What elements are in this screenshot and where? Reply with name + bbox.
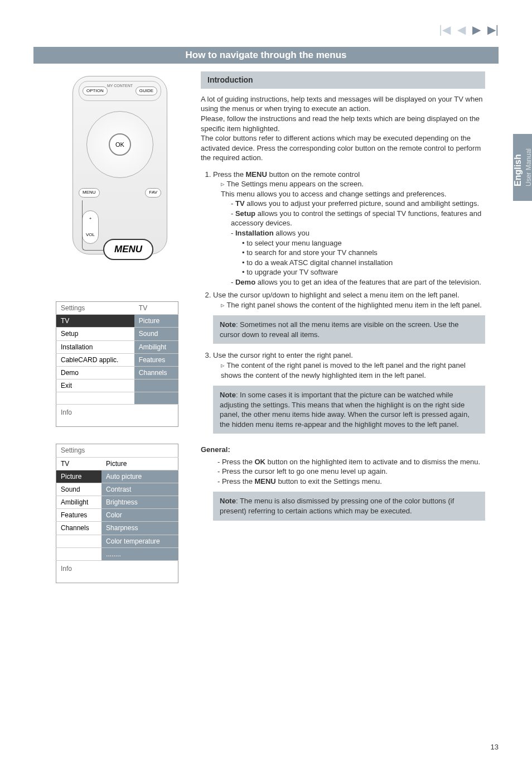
step3-tri: The content of the right panel is moved … — [221, 361, 485, 380]
introduction-heading: Introduction — [201, 71, 485, 89]
gen1a: Press the — [222, 458, 255, 466]
t2-r4r: Sharpness — [101, 522, 178, 535]
t2-r0l: Picture — [56, 470, 102, 483]
t2-r5l — [56, 535, 102, 547]
gen3c: button to exit the Settings menu. — [276, 477, 382, 486]
t1-r0r: Picture — [134, 315, 178, 328]
dash-setup-t: allows you to control the settings of sp… — [231, 209, 481, 228]
dash-setup-b: Setup — [235, 209, 255, 218]
t1-r0l: TV — [56, 315, 134, 328]
t2-sub-r: Picture — [101, 457, 178, 470]
remote-top-row: OPTION GUIDE — [79, 81, 161, 101]
t1-r5l: Exit — [56, 379, 134, 392]
remote-illustration: MY CONTENT OPTION GUIDE OK MENU FAV + VO… — [56, 78, 184, 285]
note1-b: Note — [220, 320, 236, 329]
dash-setup: Setup allows you to control the settings… — [231, 209, 485, 228]
nav-next-icon[interactable]: ▶ — [472, 22, 481, 37]
note-box-2: Note: In some cases it is important that… — [213, 386, 485, 434]
t1-r3r: Features — [134, 353, 178, 366]
t1-r5r — [134, 379, 178, 392]
note1-t: : Sometimes not all the menu items are v… — [220, 320, 458, 339]
step1-bold: MENU — [246, 170, 267, 179]
nav-last-icon[interactable]: ▶| — [487, 22, 499, 37]
t1-r6r — [134, 392, 178, 405]
t1-r4r: Channels — [134, 366, 178, 379]
step1-text2: button on the remote control — [267, 170, 360, 179]
remote-row2: MENU FAV — [79, 188, 161, 198]
t1-r6l — [56, 392, 134, 405]
step2-text: Use the cursor up/down to highlight and … — [213, 291, 460, 299]
note3-t: : The menu is also dismissed by pressing… — [220, 497, 454, 515]
step1-text: Press the — [213, 170, 246, 179]
language-tab: EnglishUser Manual — [513, 134, 532, 201]
t1-head-l: Settings — [56, 302, 134, 315]
dash-tv: TV allows you to adjust your preferred p… — [231, 199, 485, 209]
gen3a: Press the — [222, 477, 255, 486]
t1-r4l: Demo — [56, 366, 134, 379]
t1-head-r: TV — [134, 302, 178, 315]
t2-info: Info — [56, 561, 178, 583]
t1-r3l: CableCARD applic. — [56, 353, 134, 366]
gen1b: OK — [254, 458, 265, 466]
note-box-3: Note: The menu is also dismissed by pres… — [213, 492, 485, 520]
t2-r0r: Auto picture — [101, 470, 178, 483]
settings-table-1: SettingsTV TVPicture SetupSound Installa… — [56, 301, 178, 427]
dash-inst: Installation allows you to select your m… — [231, 228, 485, 277]
gen3b: MENU — [254, 477, 275, 486]
dash-inst-t: allows you — [274, 229, 309, 237]
dpad-ring: OK — [86, 111, 153, 178]
lang-label: English — [513, 154, 523, 186]
step3-text: Use the cursor right to enter the right … — [213, 351, 353, 359]
general-heading: General: — [201, 445, 485, 455]
option-button: OPTION — [83, 86, 108, 96]
page-number: 13 — [491, 742, 499, 752]
t2-r6r: ........ — [101, 547, 178, 560]
guide-button: GUIDE — [136, 86, 157, 96]
t2-r5r: Color temperature — [101, 535, 178, 547]
t2-sub-l: TV — [56, 457, 102, 470]
t2-r1l: Sound — [56, 483, 102, 496]
step2-tri: The right panel shows the content of the… — [221, 300, 485, 310]
lang-sub: User Manual — [525, 148, 532, 186]
intro-p1: A lot of guiding instructions, help text… — [201, 94, 485, 114]
note-box-1: Note: Sometimes not all the menu items a… — [213, 315, 485, 344]
nav-prev-icon[interactable]: ◀ — [457, 22, 466, 37]
gen1c: button on the highlighted item to activa… — [265, 458, 480, 466]
dot1: to select your menu language — [242, 238, 485, 248]
intro-p2: Please, follow the instructions and read… — [201, 114, 485, 133]
steps-list: Press the MENU button on the remote cont… — [201, 170, 485, 310]
t2-r1r: Contrast — [101, 483, 178, 496]
t1-info: Info — [56, 405, 178, 427]
menu-callout: MENU — [103, 239, 153, 260]
step1-tri-text: The Settings menu appears on the screen. — [226, 180, 364, 188]
dash-demo: Demo allows you to get an idea of the fe… — [231, 277, 485, 287]
gen3: Press the MENU button to exit the Settin… — [217, 477, 485, 487]
dot2: to search for and store your TV channels — [242, 248, 485, 258]
page-title: How to navigate through the menus — [33, 47, 499, 64]
dash-demo-t: allows you to get an idea of the feature… — [255, 278, 481, 286]
dash-tv-t: allows you to adjust your preferred pict… — [245, 199, 480, 208]
note2-t: : In some cases it is important that the… — [220, 391, 470, 429]
t1-r2r: Ambilight — [134, 340, 178, 353]
gen1: Press the OK button on the highlighted i… — [217, 457, 485, 467]
dot3: to do a weak ATSC digital channel instal… — [242, 258, 485, 268]
dot4: to upgrade your TV software — [242, 267, 485, 277]
step-2: Use the cursor up/down to highlight and … — [213, 290, 485, 310]
left-column: MY CONTENT OPTION GUIDE OK MENU FAV + VO… — [56, 78, 184, 583]
steps-list-2: Use the cursor right to enter the right … — [201, 350, 485, 380]
t1-r2l: Installation — [56, 340, 134, 353]
step-1: Press the MENU button on the remote cont… — [213, 170, 485, 287]
t2-r3r: Color — [101, 509, 178, 522]
nav-bar: |◀ ◀ ▶ ▶| — [439, 22, 499, 37]
nav-first-icon[interactable]: |◀ — [439, 22, 451, 37]
settings-table-2: Settings TVPicture PictureAuto picture S… — [56, 444, 178, 583]
dash-inst-b: Installation — [235, 229, 274, 237]
menu-button: MENU — [79, 188, 100, 198]
note2-b: Note — [220, 391, 236, 399]
t2-head-l: Settings — [56, 444, 102, 457]
t2-r2l: Ambilight — [56, 496, 102, 509]
t2-r2r: Brightness — [101, 496, 178, 509]
t2-r4l: Channels — [56, 522, 102, 535]
intro-p3: The color buttons refer to different act… — [201, 133, 485, 163]
ok-button: OK — [109, 133, 131, 156]
